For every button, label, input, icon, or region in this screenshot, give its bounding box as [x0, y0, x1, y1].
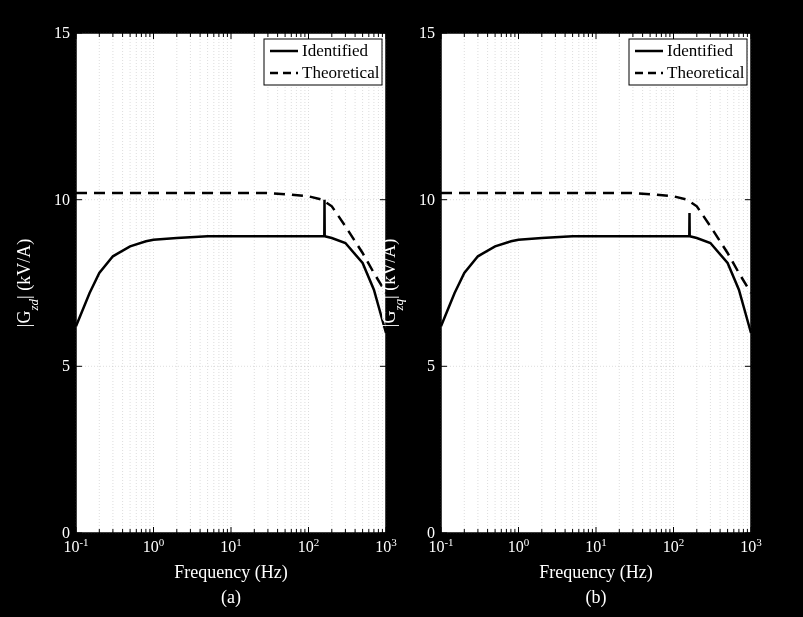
- svg-text:15: 15: [419, 24, 435, 41]
- svg-text:10: 10: [54, 191, 70, 208]
- legend-identified-b: Identified: [667, 41, 734, 60]
- chart-container: Identified Theoretical 10-1 100 101 102 …: [0, 0, 803, 617]
- svg-text:15: 15: [54, 24, 70, 41]
- svg-text:0: 0: [62, 524, 70, 541]
- legend-b: Identified Theoretical: [629, 39, 747, 85]
- subplot-label-a: (a): [221, 587, 241, 608]
- legend-theoretical-b: Theoretical: [667, 63, 745, 82]
- svg-text:0: 0: [427, 524, 435, 541]
- svg-text:5: 5: [62, 357, 70, 374]
- svg-text:10: 10: [419, 191, 435, 208]
- legend-theoretical-a: Theoretical: [302, 63, 380, 82]
- legend-a: Identified Theoretical: [264, 39, 382, 85]
- subplot-label-b: (b): [586, 587, 607, 608]
- xlabel-a: Frequency (Hz): [174, 562, 287, 583]
- xlabel-b: Frequency (Hz): [539, 562, 652, 583]
- svg-text:5: 5: [427, 357, 435, 374]
- legend-identified-a: Identified: [302, 41, 369, 60]
- chart-svg: Identified Theoretical 10-1 100 101 102 …: [0, 0, 803, 617]
